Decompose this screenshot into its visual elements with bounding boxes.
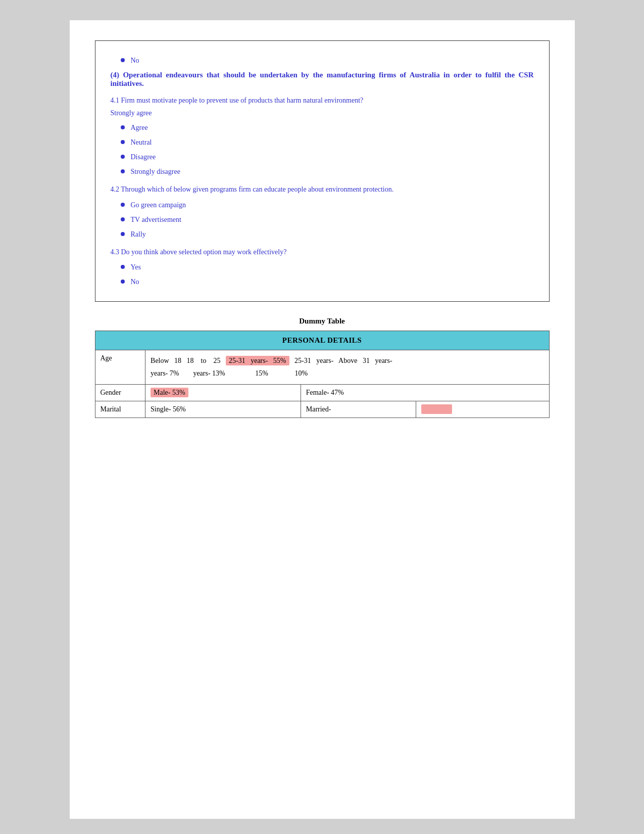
bullet-no: No (111, 55, 534, 66)
marital-extra-highlight (421, 404, 452, 414)
age-label: Age (95, 350, 145, 384)
bullet-yes: Yes (111, 262, 534, 272)
bullet-go-green: Go green campaign (111, 200, 534, 210)
q41-options: Agree Neutral Disagree Strongly disagree (111, 122, 534, 177)
marital-married-cell: Married- (301, 401, 416, 418)
dot-tv-ad (121, 217, 125, 221)
option-neutral: Neutral (131, 137, 152, 148)
gender-female-value: Female- 47% (306, 389, 344, 396)
table-row-gender: Gender Male- 53% Female- 47% (95, 384, 549, 401)
option-go-green: Go green campaign (131, 200, 186, 210)
q43-text: 4.3 Do you think above selected option m… (111, 247, 534, 258)
table-row-marital: Marital Single- 56% Married- (95, 401, 549, 418)
age-line2: years- 7% years- 13% 15% 10% (151, 367, 543, 380)
gender-label: Gender (95, 384, 145, 401)
dot-strongly-disagree (121, 169, 125, 173)
option-strongly-disagree: Strongly disagree (131, 166, 180, 177)
option-disagree: Disagree (131, 152, 156, 162)
survey-box: No (4) Operational endeavours that shoul… (95, 40, 550, 302)
marital-single-cell: Single- 56% (145, 401, 301, 418)
option-agree: Agree (131, 122, 148, 133)
age-2531-pct: 25-31 years- 55% (226, 356, 289, 365)
q42-text: 4.2 Through which of below given program… (111, 184, 534, 195)
option-tv-ad: TV advertisement (131, 214, 181, 225)
table-title: Dummy Table (299, 317, 344, 326)
section4-heading: (4) Operational endeavours that should b… (111, 71, 534, 88)
option-no-q43: No (131, 276, 139, 287)
option-no: No (131, 55, 139, 66)
dot-agree (121, 125, 125, 129)
table-row-age: Age Below 18 18 to 25 25-31 years- 55% 2… (95, 350, 549, 384)
data-table: PERSONAL DETAILS Age Below 18 18 to 25 2… (95, 331, 550, 418)
dot-yes (121, 265, 125, 269)
bullet-rally: Rally (111, 229, 534, 240)
bullet-dot-no (121, 58, 125, 62)
marital-married-value: Married- (306, 405, 331, 413)
marital-extra-cell (416, 401, 549, 418)
age-line1: Below 18 18 to 25 25-31 years- 55% 25-31… (151, 354, 543, 367)
bullet-agree: Agree (111, 122, 534, 133)
table-header-cell: PERSONAL DETAILS (95, 331, 549, 350)
q41-answer: Strongly agree (111, 109, 534, 117)
bullet-neutral: Neutral (111, 137, 534, 148)
dot-disagree (121, 155, 125, 159)
q42-options: Go green campaign TV advertisement Rally (111, 200, 534, 240)
dot-no-q43 (121, 280, 125, 284)
table-section: Dummy Table PERSONAL DETAILS Age Below 1… (95, 317, 550, 418)
bullet-tv-ad: TV advertisement (111, 214, 534, 225)
age-data-cell: Below 18 18 to 25 25-31 years- 55% 25-31… (145, 350, 549, 384)
page: No (4) Operational endeavours that shoul… (70, 20, 575, 819)
gender-male-value: Male- 53% (151, 388, 188, 397)
q41-text: 4.1 Firm must motivate people to prevent… (111, 95, 534, 106)
bullet-no-q43: No (111, 276, 534, 287)
dot-neutral (121, 140, 125, 144)
bullet-strongly-disagree: Strongly disagree (111, 166, 534, 177)
option-yes: Yes (131, 262, 141, 272)
marital-label: Marital (95, 401, 145, 418)
option-rally: Rally (131, 229, 146, 240)
dot-go-green (121, 203, 125, 207)
q43-options: Yes No (111, 262, 534, 287)
age-data: Below 18 18 to 25 25-31 years- 55% 25-31… (151, 354, 543, 380)
bullet-disagree: Disagree (111, 152, 534, 162)
marital-single-value: Single- 56% (151, 405, 186, 413)
dot-rally (121, 232, 125, 236)
gender-female-cell: Female- 47% (301, 384, 549, 401)
gender-male-cell: Male- 53% (145, 384, 301, 401)
table-header-row: PERSONAL DETAILS (95, 331, 549, 350)
